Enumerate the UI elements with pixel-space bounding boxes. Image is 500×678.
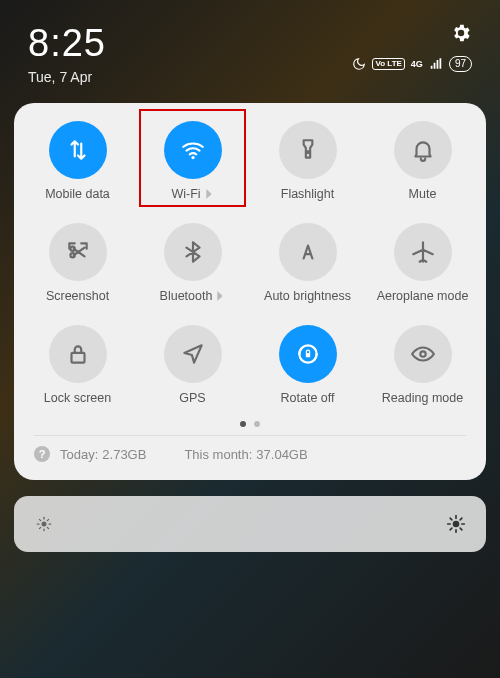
expand-icon — [218, 291, 223, 301]
location-icon — [180, 341, 206, 367]
page-dot — [240, 421, 246, 427]
auto-brightness-icon — [295, 239, 321, 265]
tile-flashlight[interactable]: Flashlight — [250, 121, 365, 201]
settings-button[interactable] — [450, 22, 472, 48]
wifi-toggle[interactable] — [164, 121, 222, 179]
wifi-icon — [180, 137, 206, 163]
gear-icon — [450, 22, 472, 44]
tile-aeroplane[interactable]: Aeroplane mode — [365, 223, 480, 303]
quick-settings-grid: Mobile data Wi-Fi Flashlight Mute — [20, 121, 480, 405]
tile-label: Mute — [409, 187, 437, 201]
mute-toggle[interactable] — [394, 121, 452, 179]
tile-rotate[interactable]: Rotate off — [250, 325, 365, 405]
tile-label: Wi-Fi — [171, 187, 213, 201]
tile-label: GPS — [179, 391, 205, 405]
svg-line-21 — [450, 518, 452, 520]
tile-label: Reading mode — [382, 391, 463, 405]
status-bar: 8:25 Tue, 7 Apr Vo LTE 4G 97 — [0, 0, 500, 93]
reading-mode-toggle[interactable] — [394, 325, 452, 383]
expand-icon — [206, 189, 211, 199]
screenshot-button[interactable] — [49, 223, 107, 281]
tile-label: Bluetooth — [160, 289, 226, 303]
svg-point-6 — [420, 351, 425, 356]
tile-mute[interactable]: Mute — [365, 121, 480, 201]
status-left: 8:25 Tue, 7 Apr — [28, 22, 106, 85]
svg-line-23 — [450, 528, 452, 530]
svg-line-15 — [47, 519, 48, 520]
tile-label: Lock screen — [44, 391, 111, 405]
svg-rect-5 — [305, 353, 309, 357]
usage-today-value: 2.73GB — [102, 447, 146, 462]
rotate-lock-icon — [295, 341, 321, 367]
brightness-low-icon — [34, 514, 54, 534]
help-icon: ? — [34, 446, 50, 462]
tile-reading[interactable]: Reading mode — [365, 325, 480, 405]
lock-screen-button[interactable] — [49, 325, 107, 383]
data-usage-row[interactable]: ? Today: 2.73GB This month: 37.04GB — [20, 436, 480, 472]
lock-icon — [65, 341, 91, 367]
clock-time: 8:25 — [28, 22, 106, 65]
svg-line-12 — [39, 519, 40, 520]
svg-line-24 — [460, 518, 462, 520]
gps-toggle[interactable] — [164, 325, 222, 383]
data-arrows-icon — [65, 137, 91, 163]
airplane-icon — [410, 239, 436, 265]
flashlight-toggle[interactable] — [279, 121, 337, 179]
clock-date: Tue, 7 Apr — [28, 69, 106, 85]
mobile-data-toggle[interactable] — [49, 121, 107, 179]
svg-line-13 — [47, 527, 48, 528]
signal-icon — [429, 57, 443, 71]
usage-today-label: Today: — [60, 447, 98, 462]
svg-line-14 — [39, 527, 40, 528]
volte-badge: Vo LTE — [372, 58, 404, 70]
svg-point-0 — [191, 156, 194, 159]
usage-month-label: This month: — [184, 447, 252, 462]
status-right: Vo LTE 4G 97 — [352, 22, 472, 72]
tile-lock-screen[interactable]: Lock screen — [20, 325, 135, 405]
tile-mobile-data[interactable]: Mobile data — [20, 121, 135, 201]
page-indicator — [20, 421, 480, 427]
moon-icon — [352, 57, 366, 71]
eye-icon — [410, 341, 436, 367]
tile-bluetooth[interactable]: Bluetooth — [135, 223, 250, 303]
bluetooth-toggle[interactable] — [164, 223, 222, 281]
bluetooth-icon — [180, 239, 206, 265]
battery-level: 97 — [449, 56, 472, 72]
brightness-slider[interactable] — [14, 496, 486, 552]
tile-auto-brightness[interactable]: Auto brightness — [250, 223, 365, 303]
quick-settings-panel: Mobile data Wi-Fi Flashlight Mute — [14, 103, 486, 480]
aeroplane-toggle[interactable] — [394, 223, 452, 281]
svg-point-7 — [42, 522, 47, 527]
tile-screenshot[interactable]: Screenshot — [20, 223, 135, 303]
tile-label: Aeroplane mode — [377, 289, 469, 303]
network-label: 4G — [411, 59, 423, 69]
brightness-high-icon — [446, 514, 466, 534]
bell-icon — [410, 137, 436, 163]
svg-point-16 — [453, 521, 460, 528]
flashlight-icon — [295, 137, 321, 163]
scissors-icon — [65, 239, 91, 265]
tile-label: Mobile data — [45, 187, 110, 201]
tile-label: Flashlight — [281, 187, 335, 201]
tile-label: Auto brightness — [264, 289, 351, 303]
svg-rect-3 — [71, 353, 84, 363]
svg-line-22 — [460, 528, 462, 530]
tile-gps[interactable]: GPS — [135, 325, 250, 405]
usage-month-value: 37.04GB — [256, 447, 307, 462]
status-indicators: Vo LTE 4G 97 — [352, 56, 472, 72]
tile-label: Rotate off — [281, 391, 335, 405]
auto-brightness-toggle[interactable] — [279, 223, 337, 281]
rotate-toggle[interactable] — [279, 325, 337, 383]
tile-wifi[interactable]: Wi-Fi — [135, 121, 250, 201]
page-dot — [254, 421, 260, 427]
tile-label: Screenshot — [46, 289, 109, 303]
